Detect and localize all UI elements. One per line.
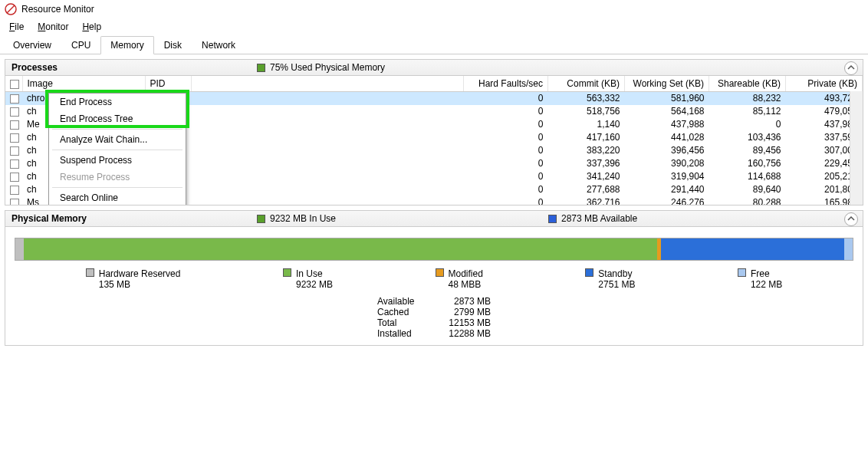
col-commit[interactable]: Commit (KB)	[548, 76, 625, 92]
row-checkbox[interactable]	[10, 159, 19, 169]
cell-shareable: 85,112	[709, 105, 786, 118]
cell-hardfaults: 0	[464, 157, 548, 170]
cell-hardfaults: 0	[464, 183, 548, 196]
cell-workingset: 441,028	[625, 131, 709, 144]
tab-overview[interactable]: Overview	[3, 36, 61, 54]
ctx-sep2	[52, 150, 182, 150]
cell-commit: 341,240	[548, 170, 625, 183]
col-pid[interactable]: PID	[145, 76, 191, 92]
menu-help[interactable]: Help	[76, 20, 107, 34]
col-shareable[interactable]: Shareable (KB)	[709, 76, 786, 92]
cell-commit: 1,140	[548, 118, 625, 131]
used-memory-label: 75% Used Physical Memory	[270, 62, 385, 73]
cell-workingset: 291,440	[625, 183, 709, 196]
legend-swatch	[738, 268, 746, 277]
app-icon	[5, 3, 17, 15]
legend-swatch	[283, 268, 291, 277]
physical-memory-panel: Physical Memory 9232 MB In Use 2873 MB A…	[5, 210, 863, 346]
used-memory-swatch	[257, 64, 265, 72]
cell-commit: 383,220	[548, 144, 625, 157]
legend-item: In Use9232 MB	[283, 268, 333, 290]
tab-disk[interactable]: Disk	[154, 36, 192, 54]
menu-monitor[interactable]: Monitor	[31, 20, 74, 34]
cell-shareable: 88,232	[709, 92, 786, 105]
row-checkbox[interactable]	[10, 120, 19, 130]
row-checkbox[interactable]	[10, 94, 19, 104]
ctx-resume-process: Resume Process	[49, 169, 186, 186]
stats-row: Installed12288 MB	[377, 328, 491, 339]
inuse-swatch	[257, 215, 265, 223]
cell-hardfaults: 0	[464, 196, 548, 205]
row-checkbox[interactable]	[10, 186, 19, 195]
menubar: File Monitor Help	[0, 18, 868, 35]
cell-workingset: 581,960	[625, 92, 709, 105]
col-hardfaults[interactable]: Hard Faults/sec	[464, 76, 548, 92]
col-workingset[interactable]: Working Set (KB)	[625, 76, 709, 92]
row-checkbox[interactable]	[10, 146, 19, 156]
stat-key: Available	[377, 296, 423, 307]
legend-swatch	[86, 268, 94, 277]
col-checkbox[interactable]	[5, 76, 22, 92]
processes-table-wrap: Image PID Hard Faults/sec Commit (KB) Wo…	[5, 76, 863, 205]
ctx-analyze-wait-chain[interactable]: Analyze Wait Chain...	[49, 131, 186, 148]
cell-shareable: 103,436	[709, 131, 786, 144]
stat-value: 2873 MB	[437, 296, 491, 307]
ctx-search-online[interactable]: Search Online	[49, 189, 186, 205]
collapse-processes-icon[interactable]	[844, 61, 858, 75]
row-checkbox[interactable]	[10, 173, 19, 182]
tab-cpu[interactable]: CPU	[61, 36, 100, 54]
cell-shareable: 89,640	[709, 183, 786, 196]
processes-title: Processes	[12, 62, 257, 73]
processes-panel: Processes 75% Used Physical Memory Image…	[5, 59, 863, 205]
cell-hardfaults: 0	[464, 118, 548, 131]
processes-header[interactable]: Processes 75% Used Physical Memory	[5, 60, 863, 76]
row-checkbox[interactable]	[10, 133, 19, 143]
scrollbar[interactable]	[850, 91, 863, 205]
window-title: Resource Monitor	[21, 4, 94, 15]
stat-key: Installed	[377, 328, 423, 339]
cell-shareable: 114,688	[709, 170, 786, 183]
cell-commit: 563,332	[548, 92, 625, 105]
titlebar: Resource Monitor	[0, 0, 868, 18]
cell-shareable: 0	[709, 118, 786, 131]
context-menu: End Process End Process Tree Analyze Wai…	[48, 93, 186, 205]
ctx-end-process-tree[interactable]: End Process Tree	[49, 110, 186, 127]
cell-commit: 362,716	[548, 196, 625, 205]
cell-workingset: 564,168	[625, 105, 709, 118]
legend-name: In Use	[296, 268, 333, 279]
stat-key: Cached	[377, 307, 423, 317]
stats-row: Cached2799 MB	[377, 307, 491, 317]
mem-seg-free	[844, 238, 853, 260]
tab-memory[interactable]: Memory	[100, 36, 153, 54]
memory-body: Hardware Reserved135 MBIn Use9232 MBModi…	[5, 227, 863, 345]
tabs: Overview CPU Memory Disk Network	[0, 35, 868, 54]
row-checkbox[interactable]	[10, 199, 19, 205]
avail-swatch	[548, 215, 557, 223]
tab-network[interactable]: Network	[192, 36, 245, 54]
cell-workingset: 246,276	[625, 196, 709, 205]
legend-value: 48 MBB	[449, 279, 483, 290]
menu-file[interactable]: File	[3, 20, 30, 34]
col-image[interactable]: Image	[22, 76, 145, 92]
legend-name: Free	[751, 268, 782, 279]
col-private[interactable]: Private (KB)	[786, 76, 863, 92]
collapse-memory-icon[interactable]	[844, 212, 858, 226]
legend-item: Standby2751 MB	[585, 268, 635, 290]
cell-commit: 277,688	[548, 183, 625, 196]
row-checkbox[interactable]	[10, 107, 19, 117]
cell-hardfaults: 0	[464, 92, 548, 105]
ctx-sep1	[52, 129, 182, 130]
ctx-suspend-process[interactable]: Suspend Process	[49, 152, 186, 169]
legend-name: Standby	[598, 268, 635, 279]
cell-workingset: 437,988	[625, 118, 709, 131]
ctx-end-process[interactable]: End Process	[49, 94, 186, 110]
stat-value: 12153 MB	[437, 317, 491, 328]
cell-hardfaults: 0	[464, 131, 548, 144]
table-header-row: Image PID Hard Faults/sec Commit (KB) Wo…	[5, 76, 863, 92]
stats-row: Total12153 MB	[377, 317, 491, 328]
processes-sub: 75% Used Physical Memory	[257, 62, 548, 73]
memory-header[interactable]: Physical Memory 9232 MB In Use 2873 MB A…	[5, 211, 863, 227]
memory-inuse: 9232 MB In Use	[257, 213, 548, 224]
legend-item: Modified48 MBB	[436, 268, 483, 290]
svg-line-1	[7, 5, 15, 13]
